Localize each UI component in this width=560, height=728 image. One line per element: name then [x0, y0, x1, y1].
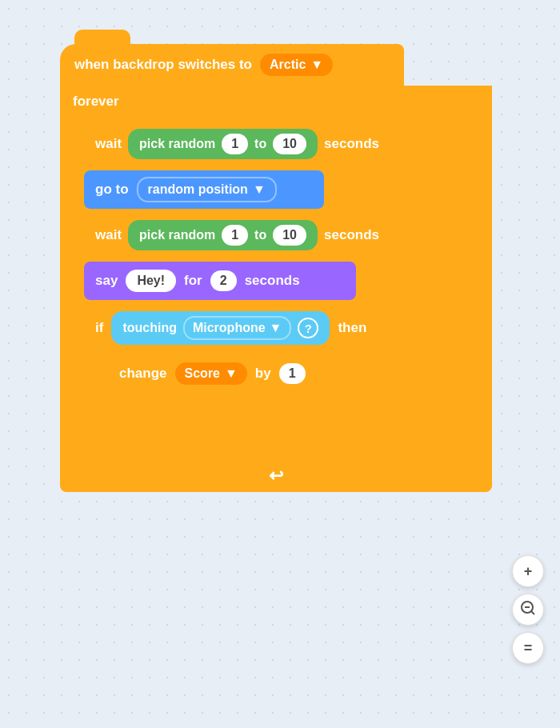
goto-block: go to random position ▼	[84, 170, 324, 209]
position-arrow: ▼	[253, 182, 266, 197]
say-block: say Hey! for 2 seconds	[84, 262, 356, 300]
change-label: change	[119, 366, 167, 382]
position-value: random position	[148, 182, 248, 197]
change-amount[interactable]: 1	[279, 363, 306, 384]
if-label: if	[95, 320, 103, 336]
if-block-inner: change Score ▼ by 1	[108, 351, 484, 426]
position-dropdown[interactable]: random position ▼	[137, 177, 277, 202]
say-value[interactable]: Hey!	[126, 270, 176, 292]
wait-2-seconds: seconds	[324, 227, 379, 243]
question-mark: ?	[298, 318, 318, 338]
microphone-value: Microphone	[193, 321, 266, 335]
wait-2-val2[interactable]: 10	[273, 225, 306, 246]
wait-1-val2[interactable]: 10	[273, 134, 306, 154]
variable-arrow: ▼	[225, 366, 238, 381]
return-arrow: ↩	[269, 466, 283, 486]
touching-condition: touching Microphone ▼ ?	[111, 311, 330, 345]
zoom-in-icon: +	[524, 563, 533, 580]
if-block-header: if touching Microphone ▼ ? then	[84, 305, 484, 351]
microphone-dropdown[interactable]: Microphone ▼	[183, 316, 292, 340]
say-for: for	[184, 273, 202, 289]
backdrop-value: Arctic	[270, 58, 306, 72]
forever-label: forever	[73, 94, 119, 110]
wait-block-2: wait pick random 1 to 10 seconds	[84, 214, 460, 257]
goto-label: go to	[95, 182, 129, 198]
hat-label: when backdrop switches to	[74, 57, 252, 73]
wait-1-label: wait	[95, 136, 122, 152]
zoom-reset-icon: =	[524, 640, 533, 657]
touching-label: touching	[122, 321, 177, 335]
wait-2-to: to	[254, 228, 266, 242]
zoom-out-button[interactable]	[512, 594, 544, 626]
wait-1-to: to	[254, 137, 266, 151]
forever-block: forever	[60, 86, 252, 118]
backdrop-arrow: ▼	[310, 58, 323, 72]
wait-2-val1[interactable]: 1	[222, 225, 248, 246]
change-block: change Score ▼ by 1	[108, 354, 364, 393]
variable-value: Score	[185, 366, 220, 381]
wait-1-seconds: seconds	[324, 136, 379, 152]
microphone-arrow: ▼	[270, 321, 282, 335]
pick-random-2-label: pick random	[139, 228, 215, 242]
if-bottom-bar	[84, 426, 484, 455]
say-label: say	[95, 273, 118, 289]
wait-2-label: wait	[95, 227, 122, 243]
say-duration[interactable]: 2	[210, 270, 237, 291]
zoom-reset-button[interactable]: =	[512, 632, 544, 664]
if-block: if touching Microphone ▼ ? then	[84, 305, 484, 455]
by-label: by	[255, 366, 271, 382]
forever-bottom-cap: ↩	[60, 460, 492, 492]
zoom-in-button[interactable]: +	[512, 555, 544, 587]
pick-random-2: pick random 1 to 10	[128, 220, 318, 250]
backdrop-dropdown[interactable]: Arctic ▼	[260, 54, 333, 76]
c-block-inner: wait pick random 1 to 10 seconds go to	[84, 118, 492, 460]
variable-dropdown[interactable]: Score ▼	[175, 362, 247, 385]
svg-line-2	[531, 611, 534, 614]
hat-bump	[74, 30, 130, 49]
hat-block: when backdrop switches to Arctic ▼	[60, 44, 404, 86]
then-label: then	[338, 320, 366, 336]
pick-random-1: pick random 1 to 10	[128, 129, 318, 159]
wait-block-1: wait pick random 1 to 10 seconds	[84, 122, 460, 166]
zoom-out-icon	[520, 600, 536, 620]
pick-random-1-label: pick random	[139, 137, 215, 151]
wait-1-val1[interactable]: 1	[222, 134, 248, 154]
zoom-controls: + =	[512, 555, 544, 664]
say-seconds: seconds	[245, 273, 300, 289]
